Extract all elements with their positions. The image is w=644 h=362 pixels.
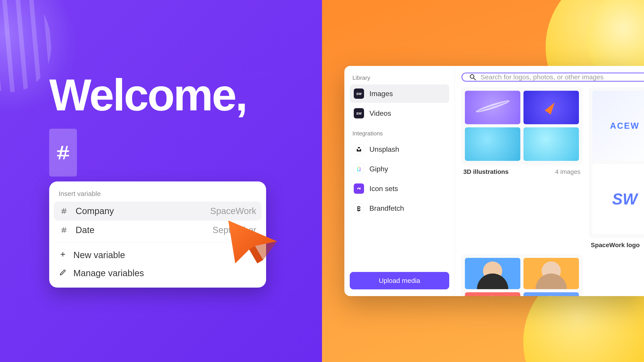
sidebar-item-iconsets[interactable]: Icon sets	[350, 179, 449, 198]
thumb-logo-mark: SW	[592, 164, 644, 234]
sidebar-item-giphy[interactable]: Giphy	[350, 160, 449, 178]
thumb-member-2	[524, 258, 579, 289]
library-sidebar: Library sw Images sw Videos Integrations…	[344, 66, 455, 296]
thumb-planet	[465, 91, 520, 124]
sidebar-item-label: Unsplash	[370, 145, 399, 153]
button-label: Upload media	[379, 277, 420, 285]
thumb-member-4	[524, 292, 579, 296]
search-input[interactable]	[480, 73, 637, 81]
iconsets-icon	[354, 183, 364, 194]
giphy-icon	[354, 164, 364, 174]
search-field[interactable]	[462, 73, 644, 81]
thumb-compass	[524, 91, 579, 124]
variable-name: Company	[76, 206, 114, 216]
svg-rect-3	[358, 171, 360, 171]
album-team-members[interactable]	[462, 255, 582, 296]
sidebar-item-label: Videos	[370, 109, 391, 117]
sidebar-item-videos[interactable]: sw Videos	[350, 104, 449, 122]
variable-value: SpaceWork	[210, 206, 256, 216]
hash-icon	[59, 225, 69, 235]
thumb-sphere	[524, 127, 579, 161]
svg-rect-0	[358, 167, 358, 171]
sidebar-item-brandfetch[interactable]: Brandfetch	[350, 199, 449, 217]
welcome-title: Welcome,	[49, 69, 246, 121]
album-meta: 3D illustrations 4 images	[462, 164, 582, 175]
brandfetch-icon	[354, 203, 364, 213]
sidebar-item-label: Images	[370, 90, 393, 98]
sidebar-item-label: Brandfetch	[370, 204, 404, 213]
album-3d-illustrations[interactable]	[462, 87, 582, 164]
hash-icon	[59, 206, 69, 216]
action-label: Manage variables	[73, 268, 144, 278]
right-panel: Library sw Images sw Videos Integrations…	[322, 0, 644, 362]
album-count: 4 images	[555, 168, 580, 175]
album-title: 3D illustrations	[463, 168, 508, 175]
popover-header: Insert variable	[54, 187, 262, 202]
left-panel: Welcome, Insert variable Company SpaceWo…	[0, 0, 322, 362]
cursor-3d-icon	[224, 217, 282, 266]
thumb-member-3	[465, 292, 520, 296]
sw-badge-icon: sw	[354, 88, 364, 99]
gallery-row-2: Team members 6 images	[462, 255, 644, 296]
thumb-globe	[465, 127, 520, 161]
sidebar-item-images[interactable]: sw Images	[350, 84, 449, 103]
svg-rect-2	[360, 168, 360, 171]
welcome-block: Welcome,	[49, 69, 246, 177]
svg-line-6	[474, 78, 476, 80]
album-meta: SpaceWork logo	[589, 238, 644, 249]
svg-point-5	[470, 75, 474, 78]
album-spacework-logo[interactable]: ACEW SW	[589, 87, 644, 238]
variable-name: Date	[76, 225, 94, 235]
sw-badge-icon: sw	[354, 108, 364, 118]
gallery-row-1: 3D illustrations 4 images ACEW SW	[462, 87, 644, 249]
thumb-logo: ACEW	[592, 91, 644, 161]
variable-placeholder-chip[interactable]	[49, 129, 77, 177]
svg-rect-4	[359, 167, 360, 167]
sidebar-item-label: Giphy	[370, 165, 388, 173]
manage-variables-action[interactable]: Manage variables	[54, 264, 262, 282]
library-main: 3D illustrations 4 images ACEW SW	[455, 66, 644, 296]
section-label-integrations: Integrations	[350, 128, 449, 140]
unsplash-icon	[354, 144, 364, 154]
upload-media-button[interactable]: Upload media	[350, 272, 449, 289]
section-label-library: Library	[350, 73, 449, 84]
sidebar-item-unsplash[interactable]: Unsplash	[350, 140, 449, 158]
hash-icon	[54, 139, 72, 166]
search-icon	[469, 73, 476, 81]
thumb-member-1	[465, 258, 520, 289]
album-title: SpaceWork logo	[591, 242, 640, 249]
library-panel: Library sw Images sw Videos Integrations…	[344, 66, 644, 296]
plus-icon	[59, 250, 67, 260]
sidebar-item-label: Icon sets	[370, 185, 398, 193]
pencil-icon	[59, 268, 67, 278]
action-label: New variable	[73, 250, 125, 260]
